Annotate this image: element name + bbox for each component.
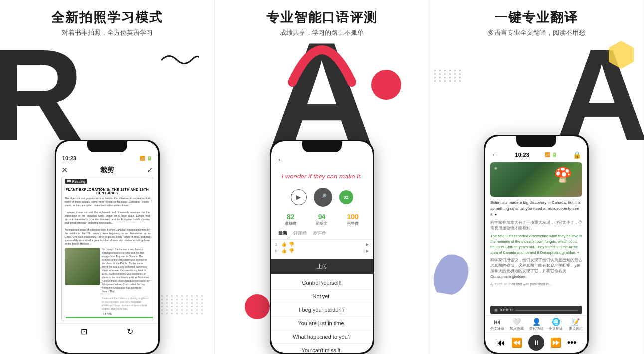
- thumbdown-icon[interactable]: 👎: [289, 242, 294, 247]
- phone2: ← I wonder if they can make it. ▶ 🎤 82 8…: [270, 140, 374, 354]
- play-all-icon: ⏮: [494, 318, 501, 326]
- phone2-options: Control yourself! Not yet. I beg your pa…: [271, 276, 373, 353]
- rating-row-2: 0 👍 👎 ▶: [275, 248, 369, 253]
- score-accuracy: 82 准确度: [285, 213, 297, 226]
- tab-vocab[interactable]: 📝 重点词汇: [569, 318, 583, 331]
- tab-full-play[interactable]: ⏮ 全文播放: [490, 318, 504, 331]
- phone3-playback: ⏮ ⏪ ⏸ ⏩ •••: [485, 332, 587, 353]
- tab-copy[interactable]: 👤 查抄功能: [529, 318, 543, 331]
- option-2[interactable]: Not yet.: [271, 290, 373, 303]
- thumbdown2-icon[interactable]: 👎: [289, 248, 294, 253]
- score-complete: 100 完整度: [347, 213, 359, 226]
- score-fluency: 94 流畅度: [316, 213, 327, 226]
- tab-translate[interactable]: 🌐 全文翻译: [549, 318, 563, 331]
- vocab-icon: 📝: [571, 318, 580, 326]
- deco-dot-grid: for(let i=0;i<60;i++) document.write('<d…: [157, 295, 204, 314]
- panel-speaking-eval: A 专业智能口语评测 成绩共享，学习的路上不孤单 ← I wonder if t…: [215, 0, 430, 354]
- phone1-progress-label: 116%: [66, 312, 149, 316]
- rewind-icon[interactable]: ⏪: [511, 337, 522, 348]
- phone1-book-title: PLANT EXPLORATION IN THE 18TH AND 19TH C…: [65, 188, 150, 195]
- phone1-status-icons: 📶 🔋: [140, 156, 152, 161]
- tab-good[interactable]: 好评榜: [290, 228, 310, 239]
- rating-row-1: 1 👍 👎 ▶: [275, 242, 369, 247]
- upload-button[interactable]: 上传: [271, 259, 373, 274]
- book-image-1: [65, 248, 100, 285]
- tab-latest[interactable]: 最新: [275, 228, 290, 239]
- pause-button[interactable]: ⏸: [528, 335, 544, 351]
- phone3-text-zh: 科学家在加拿大有了一项重大发现，但它太小了，你需要用显微镜才能看到。: [490, 220, 582, 231]
- option-3[interactable]: I beg your pardon?: [271, 303, 373, 317]
- option-4[interactable]: You are just in time.: [271, 317, 373, 330]
- translate-icon: 🌐: [552, 318, 560, 326]
- audio-track[interactable]: [515, 310, 578, 311]
- option-5[interactable]: What happened to you?: [271, 330, 373, 344]
- option-1[interactable]: Control yourself!: [271, 276, 373, 290]
- phone3-status: 📶 🔋: [545, 152, 557, 157]
- panel-photo-learning: R for(let i=0;i<60;i++) document.write('…: [0, 0, 215, 354]
- refresh-icon[interactable]: ↻: [127, 327, 133, 336]
- panel1-subtitle: 对着书本拍照，全方位英语学习: [62, 28, 153, 37]
- phone3-notch: [516, 136, 556, 147]
- phone2-sentence: I wonder if they can make it.: [278, 172, 366, 181]
- thumbup-icon[interactable]: 👍: [281, 242, 287, 247]
- phone1-crop-header: ✕ 裁剪 ✓: [56, 165, 158, 175]
- phone3-screen: ← 10:23 📶 🔋 🔒 🍄 ◉ Scientists made a big …: [485, 136, 587, 353]
- more-icon[interactable]: •••: [567, 338, 577, 348]
- score-accuracy-label: 准确度: [285, 221, 297, 226]
- mushroom-icon: 🍄: [554, 166, 572, 183]
- mic-button[interactable]: 🎤: [314, 188, 332, 207]
- thumbup2-icon[interactable]: 👍: [281, 248, 287, 253]
- deco-dot-grid2: for(let i=0;i<24;i++) document.write('<d…: [434, 70, 462, 82]
- phone1-wrapper: 10:23 📶 🔋 ✕ 裁剪 ✓ 📖Reading PLANT EXPLORAT…: [55, 140, 160, 354]
- audio-icon: ◉: [494, 308, 498, 312]
- panel3-title: 一键专业翻译: [494, 9, 578, 26]
- deco-wave: [160, 50, 199, 67]
- phone1-notch: [87, 141, 127, 152]
- phone2-sentence-area: I wonder if they can make it.: [271, 167, 373, 184]
- phone3-content: Scientists made a big discovery in Canad…: [485, 197, 587, 305]
- phone3-wrapper: ← 10:23 📶 🔋 🔒 🍄 ◉ Scientists made a big …: [484, 135, 589, 354]
- phone1-progress-area: 116%: [66, 312, 149, 318]
- phone3-text-more: A report on their find was published in.…: [490, 282, 582, 287]
- deco-red-circle-top: [371, 70, 401, 100]
- phone1-progress-track: [66, 317, 149, 318]
- deco-hexagon-yellow: [606, 40, 636, 72]
- panel2-title: 专业智能口语评测: [266, 9, 378, 26]
- score-complete-value: 100: [347, 213, 359, 221]
- check-icon[interactable]: ✓: [147, 165, 153, 175]
- panel2-subtitle: 成绩共享，学习的路上不孤单: [280, 28, 364, 37]
- score-complete-label: 完整度: [347, 221, 359, 226]
- play-button[interactable]: ▶: [291, 189, 307, 205]
- close-icon[interactable]: ✕: [61, 165, 68, 175]
- option-6[interactable]: You can't miss it.: [271, 344, 373, 353]
- panel1-title: 全新拍照学习模式: [51, 9, 163, 26]
- phone1-header-title: 裁剪: [100, 166, 114, 175]
- frame-icon[interactable]: ⊡: [81, 327, 87, 336]
- score-accuracy-value: 82: [285, 213, 297, 221]
- phone1-book-images: For Joseph Banks was a very famous Briti…: [65, 248, 150, 311]
- phone3-time: 10:23: [515, 152, 529, 158]
- tab-favorite[interactable]: 🤍 加入收藏: [510, 318, 524, 331]
- phone2-ratings: 1 👍 👎 ▶ 0 👍 👎 ▶: [271, 240, 373, 257]
- phone1-bottom-bar[interactable]: ⊡ ↻: [56, 323, 158, 339]
- phone3: ← 10:23 📶 🔋 🔒 🍄 ◉ Scientists made a big …: [484, 135, 589, 354]
- phone2-wrapper: ← I wonder if they can make it. ▶ 🎤 82 8…: [270, 140, 374, 354]
- phone3-article-image: 🍄 ◉: [490, 162, 582, 197]
- heart-icon: 🤍: [512, 318, 521, 326]
- phone1-time: 10:23: [62, 155, 76, 161]
- skip-back-icon[interactable]: ⏮: [496, 338, 505, 348]
- svg-marker-0: [609, 41, 634, 69]
- forward-icon[interactable]: ⏩: [550, 337, 561, 348]
- phone1: 10:23 📶 🔋 ✕ 裁剪 ✓ 📖Reading PLANT EXPLORAT…: [55, 140, 160, 354]
- back-arrow-icon[interactable]: ←: [277, 155, 285, 164]
- phone2-controls: ▶ 🎤 82: [271, 184, 373, 211]
- phone2-notch: [302, 141, 342, 152]
- phone3-back-icon[interactable]: ←: [491, 150, 499, 159]
- lock-icon: 🔒: [573, 151, 581, 159]
- score-badge: 82: [339, 190, 353, 204]
- phone3-audio-bar: ◉ 00:01:10: [490, 306, 582, 314]
- tab-bad[interactable]: 差评榜: [310, 228, 329, 239]
- panel3-subtitle: 多语言专业全文翻译，阅读不用愁: [488, 28, 585, 37]
- phone3-bottom-tabs: ⏮ 全文播放 🤍 加入收藏 👤 查抄功能 🌐 全文翻译: [485, 315, 587, 332]
- phone1-progress-fill: [66, 317, 153, 318]
